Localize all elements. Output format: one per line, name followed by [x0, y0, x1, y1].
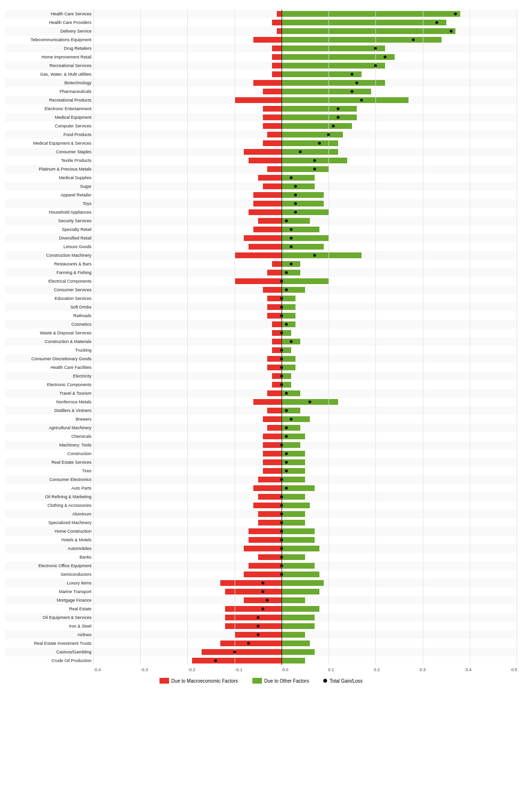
bar-other: [282, 416, 310, 423]
bar-area: [93, 605, 517, 613]
grid-line: [140, 79, 141, 87]
grid-line: [423, 234, 423, 242]
grid-line: [187, 156, 188, 165]
grid-line: [187, 415, 188, 423]
grid-line: [470, 579, 470, 587]
grid-line: [93, 27, 94, 35]
grid-line: [423, 596, 423, 605]
row-label: Security Services: [5, 218, 93, 223]
total-dot: [280, 478, 283, 481]
row-label: Iron & Steel: [5, 624, 93, 629]
grid-line: [235, 423, 235, 432]
grid-line: [187, 277, 188, 286]
grid-line: [140, 432, 141, 441]
row-label: Real Estate Investment Trusts: [5, 641, 93, 646]
bar-area: [93, 544, 517, 553]
grid-line: [93, 320, 94, 329]
table-row: Health Care Services: [5, 10, 517, 18]
grid-line: [375, 18, 376, 27]
grid-line: [187, 79, 188, 87]
grid-line: [470, 553, 470, 561]
grid-line: [93, 61, 94, 70]
grid-line: [329, 173, 329, 182]
bar-macro: [249, 244, 282, 250]
table-row: Recreational Services: [5, 61, 517, 70]
grid-line: [235, 501, 235, 510]
bar-area: [93, 208, 517, 217]
grid-line: [187, 475, 188, 484]
grid-line: [375, 311, 376, 320]
grid-line: [470, 398, 470, 406]
grid-line: [93, 467, 94, 475]
grid-line: [235, 605, 235, 613]
total-dot: [318, 142, 321, 145]
total-dot: [337, 116, 340, 119]
grid-line: [470, 656, 470, 665]
grid-line: [375, 475, 376, 484]
grid-line: [187, 130, 188, 139]
grid-line: [470, 346, 470, 355]
grid-line: [329, 303, 329, 311]
grid-line: [282, 156, 282, 165]
grid-line: [517, 173, 517, 182]
grid-line: [375, 277, 376, 286]
grid-line: [329, 70, 329, 79]
grid-line: [93, 622, 94, 630]
total-dot: [355, 81, 358, 84]
grid-line: [140, 87, 141, 96]
grid-line: [235, 415, 235, 423]
grid-line: [329, 415, 329, 423]
grid-line: [282, 423, 282, 432]
grid-line: [423, 217, 423, 225]
table-row: Consumer Discretionary Goods: [5, 355, 517, 363]
grid-line: [517, 268, 517, 277]
bar-macro: [267, 270, 281, 276]
table-row: Real Estate Services: [5, 458, 517, 467]
grid-line: [187, 217, 188, 225]
grid-line: [187, 53, 188, 61]
grid-line: [423, 337, 423, 346]
bar-macro: [267, 390, 281, 397]
bar-area: [93, 320, 517, 329]
grid-line: [187, 27, 188, 35]
grid-line: [423, 199, 423, 208]
grid-line: [187, 234, 188, 242]
grid-line: [329, 372, 329, 380]
grid-line: [470, 70, 470, 79]
bar-area: [93, 579, 517, 587]
total-dot: [290, 176, 293, 179]
grid-line: [423, 484, 423, 492]
bar-other: [282, 304, 295, 310]
table-row: Recreational Products: [5, 96, 517, 104]
row-label: Sugar: [5, 184, 93, 189]
grid-line: [470, 225, 470, 234]
grid-line: [282, 622, 282, 630]
grid-line: [93, 648, 94, 656]
row-label: Health Care Providers: [5, 20, 93, 25]
grid-line: [329, 199, 329, 208]
grid-line: [470, 363, 470, 372]
grid-line: [423, 544, 423, 553]
bar-macro: [267, 166, 281, 172]
legend-total-label: Total Gain/Loss: [329, 678, 363, 684]
bar-area: [93, 441, 517, 449]
grid-line: [93, 501, 94, 510]
table-row: Gas, Water, & Multi utilities: [5, 70, 517, 79]
grid-line: [140, 96, 141, 104]
grid-line: [93, 303, 94, 311]
grid-line: [470, 561, 470, 570]
total-dot: [450, 30, 453, 33]
grid-line: [375, 501, 376, 510]
bar-other: [282, 71, 362, 78]
grid-line: [235, 286, 235, 294]
table-row: Medical Equipment & Services: [5, 139, 517, 148]
grid-line: [235, 268, 235, 277]
grid-line: [517, 449, 517, 458]
grid-line: [517, 656, 517, 665]
grid-line: [517, 518, 517, 527]
row-label: Household Appliances: [5, 210, 93, 215]
grid-line: [470, 173, 470, 182]
grid-line: [187, 501, 188, 510]
total-dot: [280, 280, 283, 283]
grid-line: [93, 492, 94, 501]
